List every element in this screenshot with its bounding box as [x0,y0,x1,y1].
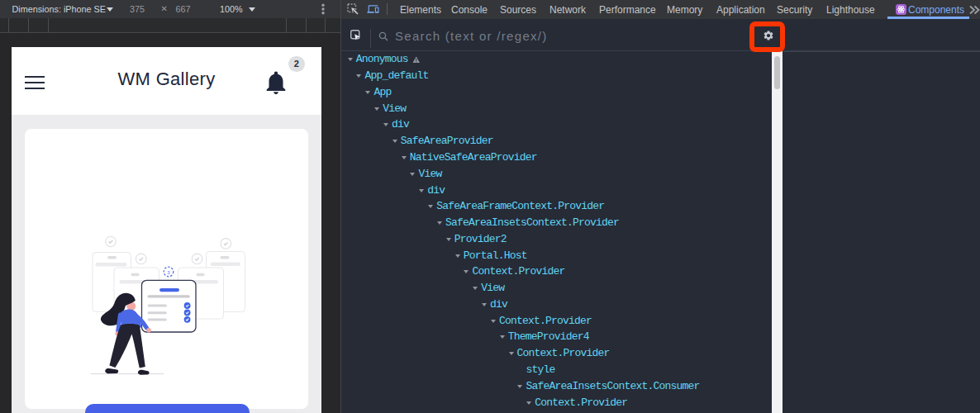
svg-text:3: 3 [167,269,170,275]
